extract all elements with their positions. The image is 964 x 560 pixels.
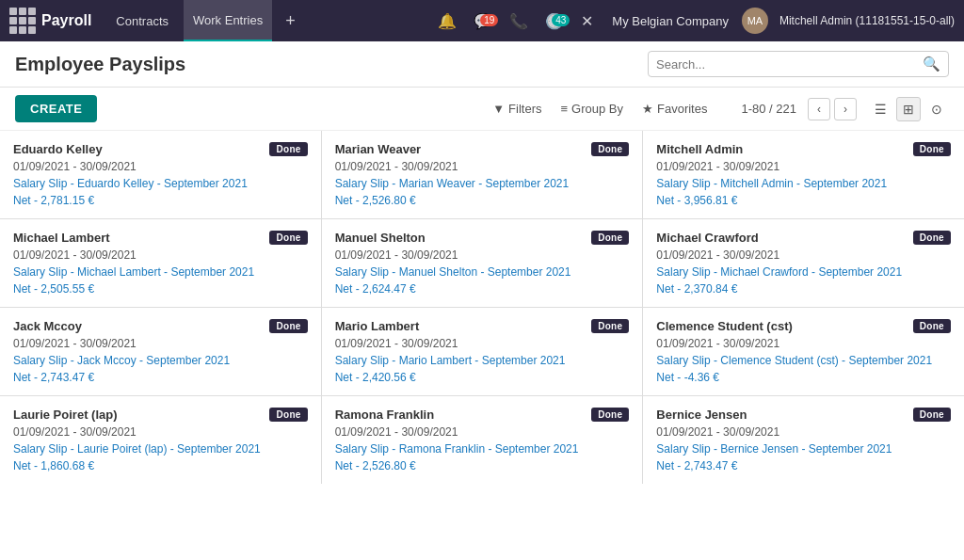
card-date: 01/09/2021 - 30/09/2021 [13, 337, 308, 350]
groupby-button[interactable]: ≡ Group By [553, 98, 631, 120]
phone-icon[interactable]: 📞 [504, 12, 534, 30]
nav-contracts[interactable]: Contracts [106, 0, 178, 41]
status-badge: Done [269, 142, 307, 156]
card-item[interactable]: Clemence Student (cst) Done 01/09/2021 -… [643, 308, 964, 395]
filters-button[interactable]: ▼ Filters [485, 98, 549, 120]
avatar[interactable]: MA [742, 8, 768, 34]
card-item[interactable]: Ramona Franklin Done 01/09/2021 - 30/09/… [322, 396, 643, 484]
status-badge: Done [269, 231, 307, 245]
card-employee-name: Clemence Student (cst) [656, 319, 792, 333]
nav-work-entries[interactable]: Work Entries [184, 0, 272, 41]
card-header: Laurie Poiret (lap) Done [13, 408, 308, 422]
card-slip: Salary Slip - Eduardo Kelley - September… [13, 177, 308, 190]
filter-label: Filters [508, 102, 541, 116]
cards-grid-container: Eduardo Kelley Done 01/09/2021 - 30/09/2… [0, 131, 964, 484]
card-item[interactable]: Michael Crawford Done 01/09/2021 - 30/09… [643, 219, 964, 307]
user-name-label[interactable]: Mitchell Admin (11181551-15-0-all) [779, 14, 955, 27]
card-item[interactable]: Michael Lambert Done 01/09/2021 - 30/09/… [0, 219, 321, 307]
card-net: Net - 2,624.47 € [335, 282, 630, 296]
prev-page-button[interactable]: ‹ [808, 98, 830, 120]
card-slip: Salary Slip - Manuel Shelton - September… [335, 265, 630, 279]
card-header: Clemence Student (cst) Done [656, 319, 951, 333]
card-header: Manuel Shelton Done [335, 231, 630, 245]
status-badge: Done [913, 319, 951, 333]
card-header: Mitchell Admin Done [656, 142, 951, 156]
card-employee-name: Manuel Shelton [335, 231, 426, 245]
card-header: Ramona Franklin Done [335, 408, 630, 422]
card-item[interactable]: Mario Lambert Done 01/09/2021 - 30/09/20… [322, 308, 643, 395]
card-slip: Salary Slip - Laurie Poiret (lap) - Sept… [13, 442, 308, 456]
card-net: Net - 2,526.80 € [335, 459, 630, 472]
card-header: Marian Weaver Done [335, 142, 630, 156]
card-net: Net - 1,860.68 € [13, 459, 308, 472]
favorites-label: Favorites [657, 102, 707, 116]
card-item[interactable]: Laurie Poiret (lap) Done 01/09/2021 - 30… [0, 396, 321, 484]
card-net: Net - 2,781.15 € [13, 194, 308, 207]
card-date: 01/09/2021 - 30/09/2021 [13, 160, 308, 173]
card-header: Eduardo Kelley Done [13, 142, 308, 156]
card-item[interactable]: Jack Mccoy Done 01/09/2021 - 30/09/2021 … [0, 308, 321, 395]
status-badge: Done [591, 231, 629, 245]
bell-icon[interactable]: 🔔 [432, 12, 462, 30]
card-net: Net - 3,956.81 € [656, 194, 951, 207]
add-menu-button[interactable]: + [278, 11, 303, 31]
card-item[interactable]: Mitchell Admin Done 01/09/2021 - 30/09/2… [643, 131, 964, 218]
next-page-button[interactable]: › [834, 98, 857, 120]
card-employee-name: Bernice Jensen [656, 408, 747, 422]
app-grid-icon[interactable] [9, 8, 36, 34]
card-net: Net - 2,743.47 € [656, 459, 951, 472]
company-label[interactable]: My Belgian Company [604, 14, 736, 28]
card-item[interactable]: Manuel Shelton Done 01/09/2021 - 30/09/2… [322, 219, 643, 307]
settings-icon[interactable]: ✕ [575, 12, 599, 30]
card-net: Net - 2,505.55 € [13, 282, 308, 296]
card-date: 01/09/2021 - 30/09/2021 [656, 337, 951, 350]
card-net: Net - 2,743.47 € [13, 371, 308, 384]
card-date: 01/09/2021 - 30/09/2021 [335, 337, 630, 350]
top-navigation: Payroll Contracts Work Entries + 🔔 💬 19 … [0, 0, 964, 41]
activity-view-button[interactable]: ⊙ [924, 97, 949, 121]
card-date: 01/09/2021 - 30/09/2021 [13, 248, 308, 262]
card-employee-name: Laurie Poiret (lap) [13, 408, 118, 422]
page-title: Employee Payslips [15, 54, 648, 75]
card-date: 01/09/2021 - 30/09/2021 [335, 425, 630, 439]
search-icon[interactable]: 🔍 [923, 56, 940, 72]
brand-label[interactable]: Payroll [41, 12, 91, 29]
status-badge: Done [269, 319, 307, 333]
messages-icon[interactable]: 💬 19 [468, 12, 498, 30]
card-employee-name: Ramona Franklin [335, 408, 434, 422]
status-badge: Done [913, 408, 951, 422]
card-slip: Salary Slip - Michael Crawford - Septemb… [656, 265, 951, 279]
clock-icon[interactable]: 🕐 43 [539, 12, 570, 30]
filter-icon: ▼ [492, 102, 505, 116]
status-badge: Done [591, 142, 629, 156]
card-slip: Salary Slip - Clemence Student (cst) - S… [656, 354, 951, 367]
status-badge: Done [913, 142, 951, 156]
page-header: Employee Payslips 🔍 [0, 41, 964, 88]
card-employee-name: Mario Lambert [335, 319, 420, 333]
card-header: Jack Mccoy Done [13, 319, 308, 333]
search-box: 🔍 [648, 51, 949, 77]
card-item[interactable]: Bernice Jensen Done 01/09/2021 - 30/09/2… [643, 396, 964, 484]
status-badge: Done [913, 231, 951, 245]
status-badge: Done [269, 408, 307, 422]
card-header: Michael Lambert Done [13, 231, 308, 245]
card-employee-name: Michael Crawford [656, 231, 758, 245]
create-button[interactable]: CREATE [15, 95, 97, 122]
card-item[interactable]: Eduardo Kelley Done 01/09/2021 - 30/09/2… [0, 131, 321, 218]
card-item[interactable]: Marian Weaver Done 01/09/2021 - 30/09/20… [322, 131, 643, 218]
favorites-button[interactable]: ★ Favorites [635, 98, 715, 120]
card-date: 01/09/2021 - 30/09/2021 [656, 248, 951, 262]
card-net: Net - 2,526.80 € [335, 194, 630, 207]
grid-view-button[interactable]: ⊞ [896, 97, 921, 121]
card-slip: Salary Slip - Michael Lambert - Septembe… [13, 265, 308, 279]
messages-badge: 19 [480, 14, 498, 26]
cards-grid: Eduardo Kelley Done 01/09/2021 - 30/09/2… [0, 131, 964, 484]
card-slip: Salary Slip - Jack Mccoy - September 202… [13, 354, 308, 367]
groupby-icon: ≡ [560, 102, 568, 116]
card-slip: Salary Slip - Mitchell Admin - September… [656, 177, 951, 190]
star-icon: ★ [642, 102, 653, 116]
card-date: 01/09/2021 - 30/09/2021 [656, 425, 951, 439]
list-view-button[interactable]: ☰ [868, 97, 892, 121]
search-input[interactable] [656, 57, 923, 72]
content-area: Employee Payslips 🔍 CREATE ▼ Filters ≡ G… [0, 41, 964, 560]
